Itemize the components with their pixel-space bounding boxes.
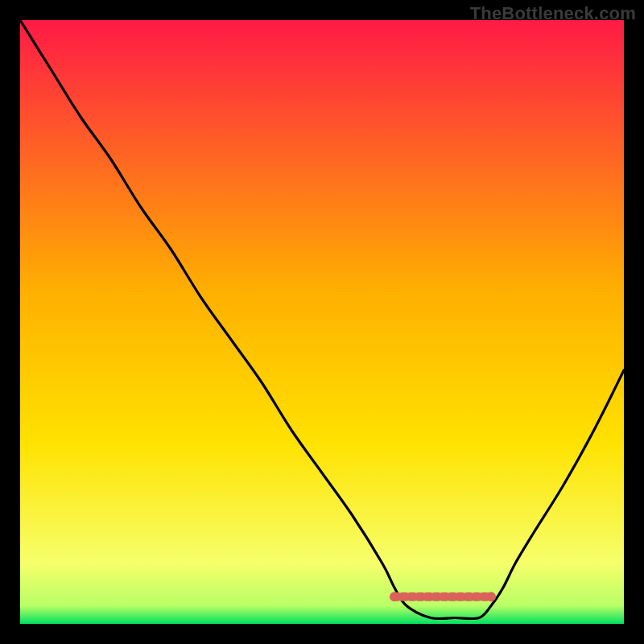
chart-frame: TheBottleneck.com — [0, 0, 644, 644]
marker-endpoint-right — [486, 592, 496, 601]
bottleneck-chart — [20, 20, 624, 624]
watermark-text: TheBottleneck.com — [470, 3, 636, 24]
marker-endpoint-left — [390, 592, 399, 601]
plot-area — [20, 20, 624, 624]
